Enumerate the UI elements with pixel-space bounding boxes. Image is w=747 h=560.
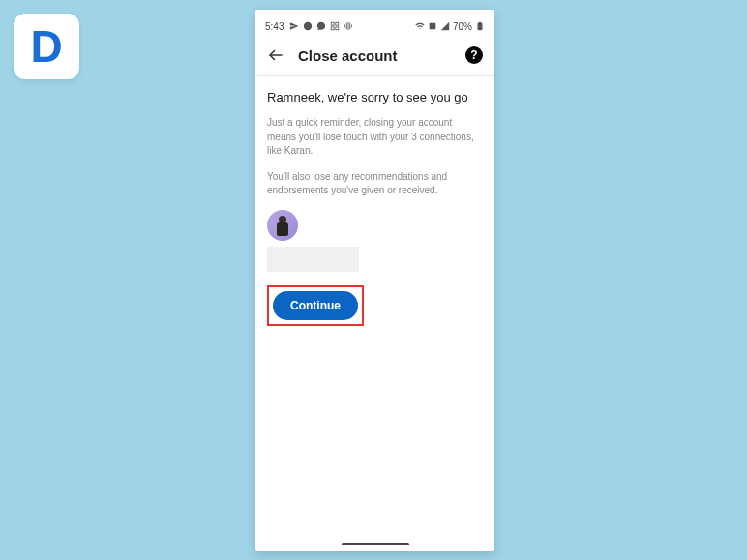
battery-text: 70%: [453, 21, 472, 32]
reminder-text: Just a quick reminder, closing your acco…: [267, 116, 480, 159]
grid-icon: [330, 21, 340, 31]
svg-rect-3: [332, 27, 335, 30]
status-left: 5:43: [265, 21, 353, 32]
loss-text: You'll also lose any recommendations and…: [267, 170, 480, 198]
wifi-icon: [415, 21, 425, 31]
message-icon: [303, 21, 313, 31]
svg-rect-4: [336, 27, 339, 30]
svg-rect-7: [479, 22, 482, 23]
network-icon: [428, 21, 437, 31]
send-icon: [289, 21, 299, 31]
content-heading: Ramneek, we're sorry to see you go: [267, 90, 483, 104]
continue-highlight: Continue: [267, 285, 364, 326]
svg-point-0: [304, 22, 312, 30]
status-time: 5:43: [265, 21, 284, 32]
continue-button[interactable]: Continue: [273, 291, 358, 320]
status-bar: 5:43: [255, 15, 494, 37]
content-area: Ramneek, we're sorry to see you go Just …: [255, 76, 494, 551]
battery-icon: [475, 21, 485, 31]
connection-avatar: [267, 210, 298, 241]
home-indicator[interactable]: [342, 543, 409, 545]
chat-icon: [316, 21, 326, 31]
antenna-icon: [344, 21, 353, 31]
app-logo: D: [14, 14, 79, 79]
svg-rect-5: [430, 23, 436, 30]
svg-rect-2: [336, 22, 339, 25]
page-header: Close account ?: [255, 37, 494, 76]
page-title: Close account: [298, 47, 452, 64]
logo-letter: D: [30, 20, 62, 73]
status-right: 70%: [415, 21, 485, 32]
svg-rect-1: [332, 22, 335, 25]
help-icon[interactable]: ?: [465, 46, 483, 64]
back-icon[interactable]: [267, 46, 284, 64]
svg-rect-6: [478, 23, 483, 31]
redacted-name: [267, 247, 359, 272]
signal-icon: [440, 21, 450, 31]
phone-frame: 5:43: [255, 10, 494, 551]
